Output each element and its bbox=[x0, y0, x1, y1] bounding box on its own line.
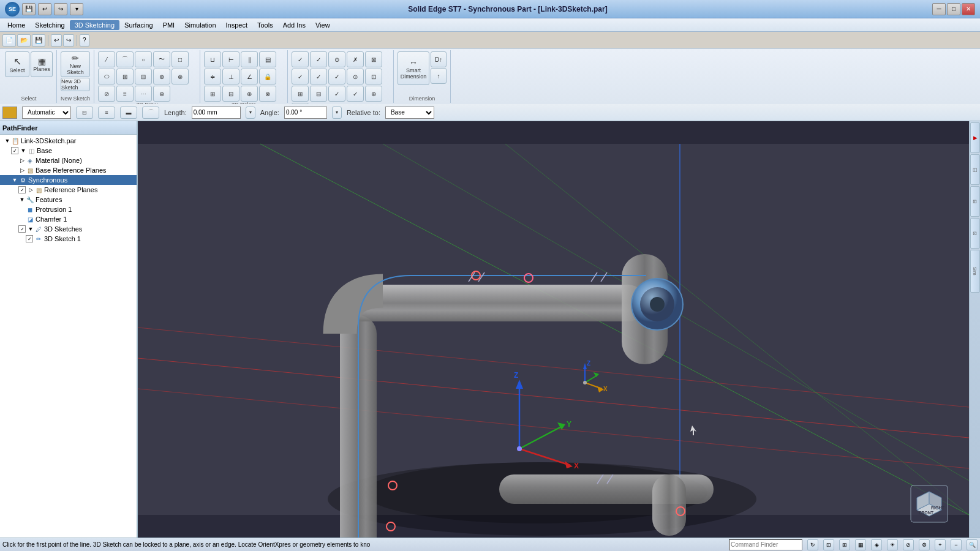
tree-item-refplanes[interactable]: ✓ ▷ ▧ Reference Planes bbox=[0, 185, 137, 195]
tree-item-features[interactable]: ▼ 🔧 Features bbox=[0, 195, 137, 204]
command-finder-input[interactable] bbox=[729, 539, 802, 550]
ellipse-btn[interactable]: ⬭ bbox=[98, 69, 115, 84]
tree-toggle-baseref[interactable]: ▷ bbox=[18, 167, 26, 174]
status-zoom-in-btn[interactable]: 🔍 bbox=[967, 539, 978, 550]
relate-collinear[interactable]: ∥ bbox=[241, 51, 258, 67]
tree-item-3dsketches[interactable]: ✓ ▼ 🖊 3D Sketches bbox=[0, 224, 137, 234]
bezier-btn[interactable]: 〜 bbox=[153, 51, 170, 67]
new-sketch-btn[interactable]: ✏ New Sketch bbox=[61, 51, 90, 77]
line-btn[interactable]: ∕ bbox=[98, 51, 115, 67]
quick-undo[interactable]: ↩ bbox=[38, 3, 51, 15]
quick-save[interactable]: 💾 bbox=[22, 3, 36, 15]
right-panel-btn-1[interactable]: ▶ bbox=[970, 122, 980, 153]
relate-coplanar[interactable]: ▤ bbox=[259, 51, 276, 67]
intellisketch-14[interactable]: ✓ bbox=[347, 86, 364, 102]
status-stereo-btn[interactable]: ⊘ bbox=[903, 539, 914, 550]
right-panel-btn-3[interactable]: ⊟ bbox=[970, 186, 980, 217]
menu-pmi[interactable]: PMI bbox=[158, 20, 180, 30]
relate-angle[interactable]: ∠ bbox=[241, 69, 258, 84]
smart-dimension-btn[interactable]: ↔ Smart Dimension bbox=[398, 51, 429, 85]
attr-length-dropdown[interactable]: ▾ bbox=[246, 107, 255, 119]
intellisketch-9[interactable]: ⊙ bbox=[347, 69, 364, 84]
intellisketch-12[interactable]: ⊟ bbox=[310, 86, 327, 102]
menu-sketching[interactable]: Sketching bbox=[30, 20, 69, 30]
attr-color-button[interactable] bbox=[2, 107, 17, 119]
tree-item-synchronous[interactable]: ▼ ⚙ Synchronous bbox=[0, 175, 137, 185]
draw-more6[interactable]: ≡ bbox=[116, 86, 134, 102]
tree-item-material[interactable]: ▷ ◈ Material (None) bbox=[0, 156, 137, 165]
relate-lock[interactable]: 🔒 bbox=[259, 69, 276, 84]
intellisketch-16[interactable]: ⊗ bbox=[292, 103, 309, 104]
attr-line-width-1[interactable]: ▬ bbox=[120, 107, 137, 119]
menu-home[interactable]: Home bbox=[2, 20, 30, 30]
relate-more1[interactable]: ⊞ bbox=[204, 86, 221, 102]
intellisketch-2[interactable]: ✓ bbox=[310, 51, 327, 67]
viewport[interactable]: R50 Z Y bbox=[138, 121, 969, 538]
save-file-btn[interactable]: 💾 bbox=[32, 34, 45, 47]
status-display-btn[interactable]: ▦ bbox=[855, 539, 866, 550]
circle-btn[interactable]: ○ bbox=[135, 51, 152, 67]
intellisketch-7[interactable]: ✓ bbox=[310, 69, 327, 84]
quick-dropdown[interactable]: ▾ bbox=[70, 3, 83, 15]
intellisketch-13[interactable]: ✓ bbox=[328, 86, 345, 102]
intellisketch-5[interactable]: ⊠ bbox=[365, 51, 382, 67]
relate-perp[interactable]: ⊥ bbox=[222, 69, 239, 84]
draw-more2[interactable]: ⊟ bbox=[135, 69, 152, 84]
intellisketch-3[interactable]: ⊙ bbox=[328, 51, 345, 67]
menu-surfacing[interactable]: Surfacing bbox=[119, 20, 157, 30]
tb1-help-btn[interactable]: ? bbox=[80, 34, 89, 47]
tree-item-base[interactable]: ✓ ▼ ◫ Base bbox=[0, 146, 137, 156]
tree-toggle-3dsketches[interactable]: ▼ bbox=[27, 225, 34, 233]
intellisketch-10[interactable]: ⊡ bbox=[365, 69, 382, 84]
status-render-btn[interactable]: ◈ bbox=[871, 539, 882, 550]
tree-toggle-refplanes[interactable]: ▷ bbox=[27, 186, 34, 193]
intellisketch-1[interactable]: ✓ bbox=[292, 51, 309, 67]
relate-more3[interactable]: ⊕ bbox=[241, 86, 258, 102]
draw-more4[interactable]: ⊗ bbox=[172, 69, 189, 84]
minimize-button[interactable]: ─ bbox=[932, 3, 946, 15]
new-file-btn[interactable]: 📄 bbox=[2, 34, 16, 47]
dim-1[interactable]: D↑ bbox=[431, 51, 447, 67]
checkbox-base[interactable]: ✓ bbox=[11, 147, 18, 154]
status-refresh-btn[interactable]: ↻ bbox=[807, 539, 818, 550]
tree-toggle-base[interactable]: ▼ bbox=[20, 147, 27, 154]
intellisketch-11[interactable]: ⊞ bbox=[292, 86, 309, 102]
tree-item-protrusion1[interactable]: ◼ Protrusion 1 bbox=[0, 204, 137, 214]
tree-toggle-material[interactable]: ▷ bbox=[18, 157, 26, 164]
checkbox-3dsketches[interactable]: ✓ bbox=[18, 225, 26, 233]
arc-btn[interactable]: ⌒ bbox=[116, 51, 134, 67]
attr-line-style-2[interactable]: ≡ bbox=[98, 107, 115, 119]
draw-more5[interactable]: ⊘ bbox=[98, 86, 115, 102]
menu-inspect[interactable]: Inspect bbox=[221, 20, 252, 30]
relate-connect[interactable]: ⊔ bbox=[204, 51, 221, 67]
menu-view[interactable]: View bbox=[311, 20, 335, 30]
menu-simulation[interactable]: Simulation bbox=[179, 20, 221, 30]
intellisketch-15[interactable]: ⊕ bbox=[365, 86, 382, 102]
right-panel-btn-2[interactable]: ◫ bbox=[970, 154, 980, 185]
tree-toggle-synchronous[interactable]: ▼ bbox=[11, 176, 18, 184]
dim-2[interactable]: ↑ bbox=[431, 68, 447, 84]
new-3d-sketch-btn[interactable]: New 3D Sketch bbox=[61, 78, 90, 91]
status-grid-btn[interactable]: ⊞ bbox=[839, 539, 850, 550]
menu-tools[interactable]: Tools bbox=[252, 20, 278, 30]
tree-toggle-features[interactable]: ▼ bbox=[18, 196, 26, 203]
tree-item-chamfer1[interactable]: ◪ Chamfer 1 bbox=[0, 214, 137, 224]
attr-angle-input[interactable] bbox=[284, 107, 327, 119]
right-panel-simulation[interactable]: Sim bbox=[970, 250, 980, 293]
attr-line-width-2[interactable]: ⌒ bbox=[142, 107, 159, 119]
tb1-redo-btn[interactable]: ↪ bbox=[63, 34, 74, 47]
draw-more3[interactable]: ⊕ bbox=[153, 69, 170, 84]
open-file-btn[interactable]: 📂 bbox=[17, 34, 31, 47]
relate-more2[interactable]: ⊟ bbox=[222, 86, 239, 102]
attr-line-style-1[interactable]: ⊟ bbox=[76, 107, 93, 119]
relate-parallel[interactable]: ≑ bbox=[204, 69, 221, 84]
intellisketch-8[interactable]: ✓ bbox=[328, 69, 345, 84]
right-panel-btn-4[interactable]: ⊡ bbox=[970, 218, 980, 249]
attr-relative-to-dropdown[interactable]: Base Previous Next bbox=[385, 107, 434, 119]
menu-3d-sketching[interactable]: 3D Sketching bbox=[70, 20, 119, 30]
draw-more8[interactable]: ⊛ bbox=[153, 86, 170, 102]
status-plus-btn[interactable]: + bbox=[935, 539, 946, 550]
draw-more1[interactable]: ⊞ bbox=[116, 69, 134, 84]
attr-angle-dropdown[interactable]: ▾ bbox=[332, 107, 342, 119]
quick-redo[interactable]: ↪ bbox=[54, 3, 67, 15]
